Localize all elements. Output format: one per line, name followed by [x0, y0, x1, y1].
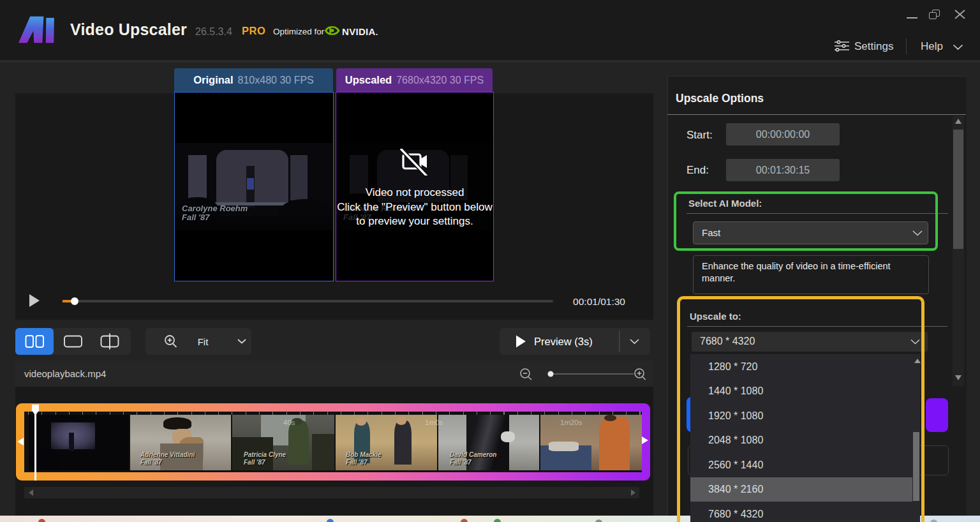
svg-text:Fit: Fit — [198, 336, 209, 347]
svg-text:Preview (3s): Preview (3s) — [534, 336, 593, 347]
